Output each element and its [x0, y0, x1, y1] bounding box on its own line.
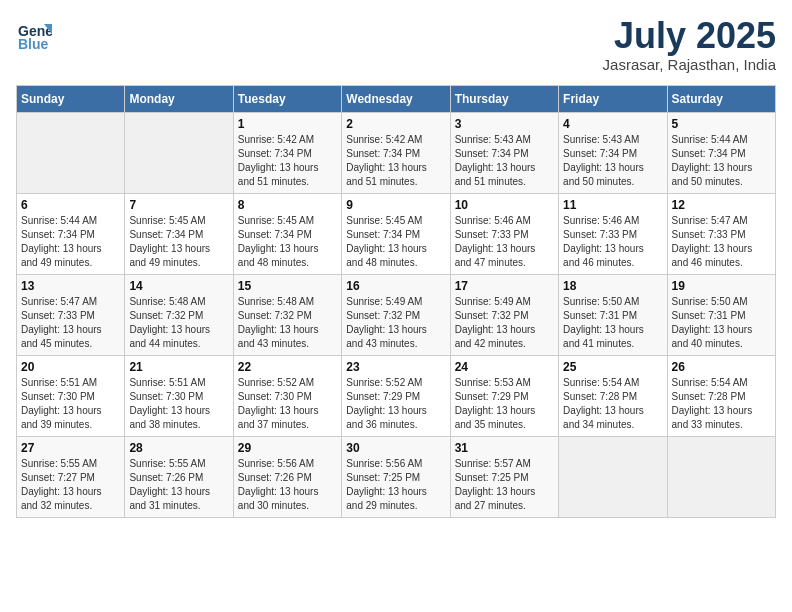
day-info: Sunrise: 5:45 AM Sunset: 7:34 PM Dayligh… — [346, 214, 445, 270]
day-number: 19 — [672, 279, 771, 293]
calendar-cell: 9Sunrise: 5:45 AM Sunset: 7:34 PM Daylig… — [342, 193, 450, 274]
day-info: Sunrise: 5:56 AM Sunset: 7:25 PM Dayligh… — [346, 457, 445, 513]
day-info: Sunrise: 5:46 AM Sunset: 7:33 PM Dayligh… — [563, 214, 662, 270]
day-info: Sunrise: 5:45 AM Sunset: 7:34 PM Dayligh… — [238, 214, 337, 270]
calendar-cell: 27Sunrise: 5:55 AM Sunset: 7:27 PM Dayli… — [17, 436, 125, 517]
day-info: Sunrise: 5:42 AM Sunset: 7:34 PM Dayligh… — [346, 133, 445, 189]
day-number: 6 — [21, 198, 120, 212]
calendar-cell: 22Sunrise: 5:52 AM Sunset: 7:30 PM Dayli… — [233, 355, 341, 436]
weekday-header-saturday: Saturday — [667, 85, 775, 112]
day-number: 30 — [346, 441, 445, 455]
day-info: Sunrise: 5:42 AM Sunset: 7:34 PM Dayligh… — [238, 133, 337, 189]
calendar-cell: 25Sunrise: 5:54 AM Sunset: 7:28 PM Dayli… — [559, 355, 667, 436]
calendar-cell: 15Sunrise: 5:48 AM Sunset: 7:32 PM Dayli… — [233, 274, 341, 355]
calendar-cell: 30Sunrise: 5:56 AM Sunset: 7:25 PM Dayli… — [342, 436, 450, 517]
calendar-cell: 29Sunrise: 5:56 AM Sunset: 7:26 PM Dayli… — [233, 436, 341, 517]
day-info: Sunrise: 5:53 AM Sunset: 7:29 PM Dayligh… — [455, 376, 554, 432]
calendar-week-5: 27Sunrise: 5:55 AM Sunset: 7:27 PM Dayli… — [17, 436, 776, 517]
day-number: 16 — [346, 279, 445, 293]
day-number: 28 — [129, 441, 228, 455]
calendar-cell: 14Sunrise: 5:48 AM Sunset: 7:32 PM Dayli… — [125, 274, 233, 355]
day-number: 3 — [455, 117, 554, 131]
day-number: 24 — [455, 360, 554, 374]
day-number: 25 — [563, 360, 662, 374]
day-number: 14 — [129, 279, 228, 293]
day-info: Sunrise: 5:50 AM Sunset: 7:31 PM Dayligh… — [563, 295, 662, 351]
day-number: 18 — [563, 279, 662, 293]
day-info: Sunrise: 5:52 AM Sunset: 7:30 PM Dayligh… — [238, 376, 337, 432]
weekday-header-row: SundayMondayTuesdayWednesdayThursdayFrid… — [17, 85, 776, 112]
day-number: 27 — [21, 441, 120, 455]
calendar-cell: 24Sunrise: 5:53 AM Sunset: 7:29 PM Dayli… — [450, 355, 558, 436]
day-number: 12 — [672, 198, 771, 212]
calendar-cell: 21Sunrise: 5:51 AM Sunset: 7:30 PM Dayli… — [125, 355, 233, 436]
day-info: Sunrise: 5:54 AM Sunset: 7:28 PM Dayligh… — [563, 376, 662, 432]
weekday-header-sunday: Sunday — [17, 85, 125, 112]
calendar-cell: 23Sunrise: 5:52 AM Sunset: 7:29 PM Dayli… — [342, 355, 450, 436]
calendar-cell: 18Sunrise: 5:50 AM Sunset: 7:31 PM Dayli… — [559, 274, 667, 355]
calendar-week-3: 13Sunrise: 5:47 AM Sunset: 7:33 PM Dayli… — [17, 274, 776, 355]
calendar-cell: 3Sunrise: 5:43 AM Sunset: 7:34 PM Daylig… — [450, 112, 558, 193]
calendar-cell: 20Sunrise: 5:51 AM Sunset: 7:30 PM Dayli… — [17, 355, 125, 436]
day-number: 1 — [238, 117, 337, 131]
day-info: Sunrise: 5:52 AM Sunset: 7:29 PM Dayligh… — [346, 376, 445, 432]
calendar-table: SundayMondayTuesdayWednesdayThursdayFrid… — [16, 85, 776, 518]
calendar-cell: 4Sunrise: 5:43 AM Sunset: 7:34 PM Daylig… — [559, 112, 667, 193]
weekday-header-tuesday: Tuesday — [233, 85, 341, 112]
svg-text:Blue: Blue — [18, 36, 49, 52]
calendar-cell: 31Sunrise: 5:57 AM Sunset: 7:25 PM Dayli… — [450, 436, 558, 517]
location-subtitle: Jasrasar, Rajasthan, India — [603, 56, 776, 73]
day-info: Sunrise: 5:44 AM Sunset: 7:34 PM Dayligh… — [672, 133, 771, 189]
calendar-cell — [125, 112, 233, 193]
calendar-cell: 2Sunrise: 5:42 AM Sunset: 7:34 PM Daylig… — [342, 112, 450, 193]
day-info: Sunrise: 5:47 AM Sunset: 7:33 PM Dayligh… — [672, 214, 771, 270]
day-info: Sunrise: 5:46 AM Sunset: 7:33 PM Dayligh… — [455, 214, 554, 270]
calendar-cell: 11Sunrise: 5:46 AM Sunset: 7:33 PM Dayli… — [559, 193, 667, 274]
day-info: Sunrise: 5:44 AM Sunset: 7:34 PM Dayligh… — [21, 214, 120, 270]
calendar-cell: 6Sunrise: 5:44 AM Sunset: 7:34 PM Daylig… — [17, 193, 125, 274]
calendar-cell: 13Sunrise: 5:47 AM Sunset: 7:33 PM Dayli… — [17, 274, 125, 355]
day-number: 8 — [238, 198, 337, 212]
day-info: Sunrise: 5:55 AM Sunset: 7:26 PM Dayligh… — [129, 457, 228, 513]
day-number: 11 — [563, 198, 662, 212]
day-number: 9 — [346, 198, 445, 212]
calendar-cell: 5Sunrise: 5:44 AM Sunset: 7:34 PM Daylig… — [667, 112, 775, 193]
calendar-cell: 26Sunrise: 5:54 AM Sunset: 7:28 PM Dayli… — [667, 355, 775, 436]
day-info: Sunrise: 5:48 AM Sunset: 7:32 PM Dayligh… — [129, 295, 228, 351]
weekday-header-monday: Monday — [125, 85, 233, 112]
calendar-week-2: 6Sunrise: 5:44 AM Sunset: 7:34 PM Daylig… — [17, 193, 776, 274]
day-info: Sunrise: 5:54 AM Sunset: 7:28 PM Dayligh… — [672, 376, 771, 432]
weekday-header-wednesday: Wednesday — [342, 85, 450, 112]
calendar-cell: 12Sunrise: 5:47 AM Sunset: 7:33 PM Dayli… — [667, 193, 775, 274]
day-info: Sunrise: 5:55 AM Sunset: 7:27 PM Dayligh… — [21, 457, 120, 513]
day-info: Sunrise: 5:48 AM Sunset: 7:32 PM Dayligh… — [238, 295, 337, 351]
day-number: 17 — [455, 279, 554, 293]
day-number: 31 — [455, 441, 554, 455]
calendar-cell: 16Sunrise: 5:49 AM Sunset: 7:32 PM Dayli… — [342, 274, 450, 355]
day-info: Sunrise: 5:49 AM Sunset: 7:32 PM Dayligh… — [455, 295, 554, 351]
day-info: Sunrise: 5:51 AM Sunset: 7:30 PM Dayligh… — [129, 376, 228, 432]
calendar-week-1: 1Sunrise: 5:42 AM Sunset: 7:34 PM Daylig… — [17, 112, 776, 193]
day-number: 7 — [129, 198, 228, 212]
day-info: Sunrise: 5:43 AM Sunset: 7:34 PM Dayligh… — [455, 133, 554, 189]
day-info: Sunrise: 5:43 AM Sunset: 7:34 PM Dayligh… — [563, 133, 662, 189]
day-number: 23 — [346, 360, 445, 374]
calendar-week-4: 20Sunrise: 5:51 AM Sunset: 7:30 PM Dayli… — [17, 355, 776, 436]
day-number: 26 — [672, 360, 771, 374]
day-number: 21 — [129, 360, 228, 374]
day-number: 2 — [346, 117, 445, 131]
calendar-cell: 7Sunrise: 5:45 AM Sunset: 7:34 PM Daylig… — [125, 193, 233, 274]
logo-icon: General Blue — [16, 16, 52, 52]
weekday-header-thursday: Thursday — [450, 85, 558, 112]
day-info: Sunrise: 5:56 AM Sunset: 7:26 PM Dayligh… — [238, 457, 337, 513]
calendar-cell: 10Sunrise: 5:46 AM Sunset: 7:33 PM Dayli… — [450, 193, 558, 274]
day-number: 29 — [238, 441, 337, 455]
weekday-header-friday: Friday — [559, 85, 667, 112]
day-info: Sunrise: 5:49 AM Sunset: 7:32 PM Dayligh… — [346, 295, 445, 351]
day-info: Sunrise: 5:45 AM Sunset: 7:34 PM Dayligh… — [129, 214, 228, 270]
day-number: 10 — [455, 198, 554, 212]
calendar-cell: 1Sunrise: 5:42 AM Sunset: 7:34 PM Daylig… — [233, 112, 341, 193]
day-number: 20 — [21, 360, 120, 374]
calendar-cell — [17, 112, 125, 193]
calendar-cell: 19Sunrise: 5:50 AM Sunset: 7:31 PM Dayli… — [667, 274, 775, 355]
